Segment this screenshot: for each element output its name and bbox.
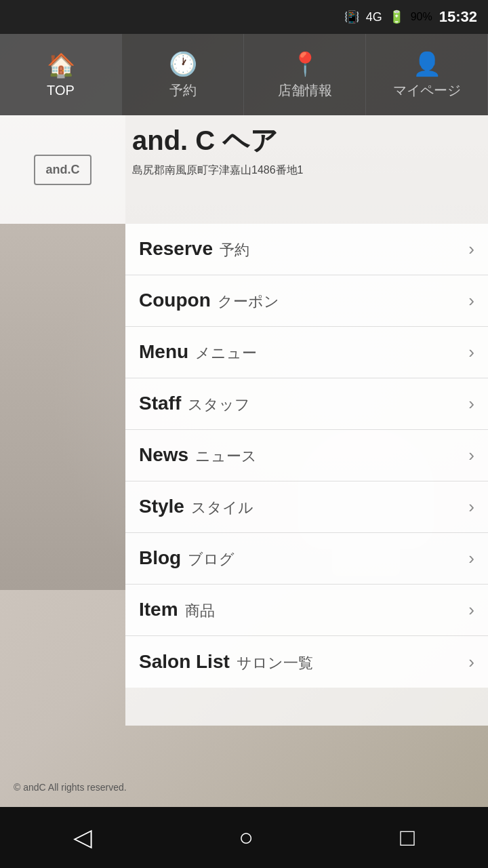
menu-item-staff[interactable]: Staffスタッフ›: [125, 378, 488, 430]
salon-info: and. C ヘア 島尻郡南風原町字津嘉山1486番地1: [132, 122, 304, 178]
chevron-right-icon-3: ›: [468, 393, 474, 414]
menu-item-ja-3: スタッフ: [188, 396, 250, 413]
tab-shop[interactable]: 📍 店舗情報: [244, 34, 366, 115]
menu-item-reserve[interactable]: Reserve予約›: [125, 224, 488, 275]
chevron-right-icon-5: ›: [468, 496, 474, 517]
menu-item-text-7: Item商品: [139, 599, 215, 621]
chevron-right-icon-6: ›: [468, 548, 474, 569]
menu-item-ja-6: ブログ: [188, 551, 235, 568]
battery-level: 90%: [411, 11, 432, 23]
menu-item-ja-8: サロン一覧: [237, 654, 313, 671]
location-icon: 📍: [291, 50, 319, 77]
menu-item-en-6: Blog: [139, 547, 181, 568]
tab-mypage-label: マイページ: [393, 81, 461, 100]
menu-item-en-4: News: [139, 444, 188, 465]
menu-item-text-3: Staffスタッフ: [139, 393, 250, 415]
menu-item-news[interactable]: Newsニュース›: [125, 430, 488, 481]
menu-item-en-0: Reserve: [139, 238, 213, 259]
menu-item-en-3: Staff: [139, 393, 181, 414]
bottom-nav: ◁ ○ □: [0, 807, 488, 868]
salon-logo-text: and.C: [34, 155, 91, 185]
signal-icon: 4G: [366, 10, 382, 24]
chevron-right-icon-1: ›: [468, 290, 474, 311]
logo-text: and.C: [45, 163, 79, 176]
chevron-right-icon-8: ›: [468, 652, 474, 673]
salon-name: and. C ヘア: [132, 122, 304, 159]
menu-item-text-1: Couponクーポン: [139, 290, 279, 312]
menu-item-salon-list[interactable]: Salon Listサロン一覧›: [125, 636, 488, 688]
tab-shop-label: 店舗情報: [278, 81, 332, 100]
menu-item-en-5: Style: [139, 496, 184, 517]
chevron-right-icon-7: ›: [468, 599, 474, 620]
tab-top-label: TOP: [47, 83, 75, 98]
top-nav: 🏠 TOP 🕐 予約 📍 店舗情報 👤 マイページ: [0, 34, 488, 115]
footer: © andC All rights reserved.: [0, 774, 488, 800]
menu-item-style[interactable]: Styleスタイル›: [125, 481, 488, 533]
menu-item-ja-5: スタイル: [191, 499, 253, 516]
home-button[interactable]: ○: [239, 823, 253, 852]
chevron-right-icon-0: ›: [468, 239, 474, 260]
chevron-right-icon-4: ›: [468, 445, 474, 466]
menu-item-ja-2: メニュー: [195, 344, 257, 361]
status-time: 15:32: [439, 8, 477, 26]
menu-item-text-0: Reserve予約: [139, 238, 249, 260]
menu-item-ja-0: 予約: [220, 241, 249, 258]
battery-icon: 🔋: [389, 9, 404, 24]
menu-item-en-8: Salon List: [139, 651, 230, 672]
menu-item-text-5: Styleスタイル: [139, 496, 253, 518]
menu-item-text-6: Blogブログ: [139, 547, 235, 570]
menu-item-text-8: Salon Listサロン一覧: [139, 651, 313, 673]
salon-logo: and.C: [0, 115, 125, 224]
salon-address: 島尻郡南風原町字津嘉山1486番地1: [132, 163, 304, 178]
menu-item-coupon[interactable]: Couponクーポン›: [125, 275, 488, 327]
home-icon: 🏠: [47, 52, 75, 79]
menu-item-menu[interactable]: Menuメニュー›: [125, 327, 488, 378]
clock-icon: 🕐: [169, 50, 197, 77]
user-icon: 👤: [413, 50, 441, 77]
menu-item-text-4: Newsニュース: [139, 444, 257, 467]
menu-item-en-1: Coupon: [139, 290, 211, 311]
back-button[interactable]: ◁: [73, 823, 92, 852]
tab-top[interactable]: 🏠 TOP: [0, 34, 122, 115]
tab-mypage[interactable]: 👤 マイページ: [366, 34, 488, 115]
menu-item-ja-4: ニュース: [195, 448, 257, 465]
vibrate-icon: 📳: [344, 9, 359, 24]
tab-reserve[interactable]: 🕐 予約: [122, 34, 244, 115]
chevron-right-icon-2: ›: [468, 342, 474, 363]
status-bar: 📳 4G 🔋 90% 15:32: [0, 0, 488, 34]
menu-item-text-2: Menuメニュー: [139, 341, 257, 363]
menu-item-en-2: Menu: [139, 341, 188, 362]
menu-item-ja-7: 商品: [185, 602, 215, 619]
menu-item-ja-1: クーポン: [218, 293, 279, 310]
recent-button[interactable]: □: [400, 823, 415, 852]
tab-reserve-label: 予約: [169, 81, 197, 100]
menu-item-item[interactable]: Item商品›: [125, 585, 488, 636]
menu-item-en-7: Item: [139, 599, 178, 620]
menu-item-blog[interactable]: Blogブログ›: [125, 533, 488, 585]
copyright-text: © andC All rights reserved.: [14, 782, 127, 793]
menu-list: Reserve予約›Couponクーポン›Menuメニュー›Staffスタッフ›…: [125, 224, 488, 688]
